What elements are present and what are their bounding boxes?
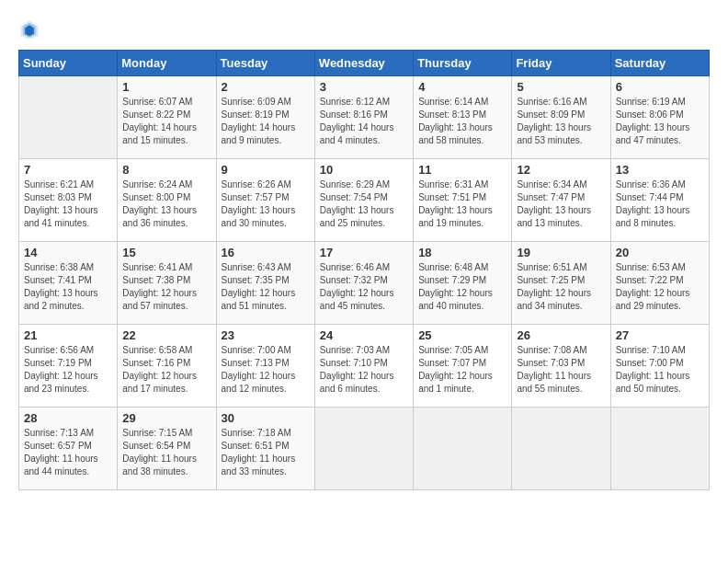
calendar-cell: 9Sunrise: 6:26 AMSunset: 7:57 PMDaylight… <box>216 159 314 242</box>
day-number: 25 <box>418 328 506 342</box>
calendar-cell <box>19 76 118 159</box>
calendar-cell: 15Sunrise: 6:41 AMSunset: 7:38 PMDayligh… <box>118 242 216 325</box>
day-info: Sunrise: 6:43 AMSunset: 7:35 PMDaylight:… <box>222 261 310 313</box>
calendar-cell: 14Sunrise: 6:38 AMSunset: 7:41 PMDayligh… <box>19 242 118 325</box>
day-number: 1 <box>122 80 210 94</box>
day-number: 19 <box>517 246 605 259</box>
header-monday: Monday <box>118 51 216 76</box>
calendar-cell: 12Sunrise: 6:34 AMSunset: 7:47 PMDayligh… <box>512 159 610 242</box>
calendar-cell <box>610 408 709 490</box>
day-number: 22 <box>122 328 210 342</box>
day-number: 9 <box>222 163 310 177</box>
day-info: Sunrise: 6:46 AMSunset: 7:32 PMDaylight:… <box>320 261 408 313</box>
calendar-cell: 29Sunrise: 7:15 AMSunset: 6:54 PMDayligh… <box>118 408 216 490</box>
day-number: 16 <box>222 246 310 259</box>
day-number: 27 <box>616 328 704 342</box>
calendar-cell: 22Sunrise: 6:58 AMSunset: 7:16 PMDayligh… <box>118 325 216 408</box>
day-info: Sunrise: 6:36 AMSunset: 7:44 PMDaylight:… <box>616 178 704 230</box>
calendar-cell: 26Sunrise: 7:08 AMSunset: 7:03 PMDayligh… <box>512 325 610 408</box>
calendar-cell: 17Sunrise: 6:46 AMSunset: 7:32 PMDayligh… <box>314 242 413 325</box>
calendar-cell: 19Sunrise: 6:51 AMSunset: 7:25 PMDayligh… <box>512 242 610 325</box>
day-info: Sunrise: 6:24 AMSunset: 8:00 PMDaylight:… <box>122 178 210 230</box>
day-info: Sunrise: 6:53 AMSunset: 7:22 PMDaylight:… <box>616 261 704 313</box>
day-info: Sunrise: 6:29 AMSunset: 7:54 PMDaylight:… <box>320 178 408 230</box>
day-number: 5 <box>517 80 605 94</box>
calendar-cell <box>314 408 413 490</box>
calendar-header: SundayMondayTuesdayWednesdayThursdayFrid… <box>19 51 710 76</box>
day-info: Sunrise: 6:48 AMSunset: 7:29 PMDaylight:… <box>418 261 506 313</box>
day-info: Sunrise: 6:09 AMSunset: 8:19 PMDaylight:… <box>222 96 310 147</box>
calendar-cell: 2Sunrise: 6:09 AMSunset: 8:19 PMDaylight… <box>216 76 314 159</box>
day-info: Sunrise: 6:41 AMSunset: 7:38 PMDaylight:… <box>122 261 210 313</box>
calendar-cell: 8Sunrise: 6:24 AMSunset: 8:00 PMDaylight… <box>118 159 216 242</box>
day-info: Sunrise: 6:51 AMSunset: 7:25 PMDaylight:… <box>517 261 605 313</box>
header-sunday: Sunday <box>19 51 118 76</box>
day-number: 29 <box>122 411 210 425</box>
day-number: 13 <box>616 163 704 177</box>
week-row-2: 7Sunrise: 6:21 AMSunset: 8:03 PMDaylight… <box>19 159 710 242</box>
day-info: Sunrise: 6:26 AMSunset: 7:57 PMDaylight:… <box>222 178 310 230</box>
calendar-cell: 24Sunrise: 7:03 AMSunset: 7:10 PMDayligh… <box>314 325 413 408</box>
calendar-cell: 25Sunrise: 7:05 AMSunset: 7:07 PMDayligh… <box>414 325 512 408</box>
calendar-cell: 11Sunrise: 6:31 AMSunset: 7:51 PMDayligh… <box>414 159 512 242</box>
header-row: SundayMondayTuesdayWednesdayThursdayFrid… <box>19 51 710 76</box>
day-number: 12 <box>517 163 605 177</box>
day-info: Sunrise: 6:38 AMSunset: 7:41 PMDaylight:… <box>24 261 112 313</box>
day-number: 11 <box>418 163 506 177</box>
day-number: 7 <box>24 163 112 177</box>
day-info: Sunrise: 7:00 AMSunset: 7:13 PMDaylight:… <box>222 344 310 396</box>
day-info: Sunrise: 6:07 AMSunset: 8:22 PMDaylight:… <box>122 96 210 147</box>
day-info: Sunrise: 6:58 AMSunset: 7:16 PMDaylight:… <box>122 344 210 396</box>
calendar-cell: 30Sunrise: 7:18 AMSunset: 6:51 PMDayligh… <box>216 408 314 490</box>
day-info: Sunrise: 7:10 AMSunset: 7:00 PMDaylight:… <box>616 344 704 396</box>
calendar-cell: 20Sunrise: 6:53 AMSunset: 7:22 PMDayligh… <box>610 242 709 325</box>
header-tuesday: Tuesday <box>216 51 314 76</box>
day-number: 18 <box>418 246 506 259</box>
calendar-cell: 6Sunrise: 6:19 AMSunset: 8:06 PMDaylight… <box>610 76 709 159</box>
day-info: Sunrise: 7:18 AMSunset: 6:51 PMDaylight:… <box>222 427 310 478</box>
calendar-cell: 1Sunrise: 6:07 AMSunset: 8:22 PMDaylight… <box>118 76 216 159</box>
calendar-table: SundayMondayTuesdayWednesdayThursdayFrid… <box>18 50 710 490</box>
calendar-cell: 18Sunrise: 6:48 AMSunset: 7:29 PMDayligh… <box>414 242 512 325</box>
header-wednesday: Wednesday <box>314 51 413 76</box>
day-info: Sunrise: 6:12 AMSunset: 8:16 PMDaylight:… <box>320 96 408 147</box>
calendar-cell: 10Sunrise: 6:29 AMSunset: 7:54 PMDayligh… <box>314 159 413 242</box>
day-number: 15 <box>122 246 210 259</box>
day-number: 14 <box>24 246 112 259</box>
week-row-3: 14Sunrise: 6:38 AMSunset: 7:41 PMDayligh… <box>19 242 710 325</box>
week-row-5: 28Sunrise: 7:13 AMSunset: 6:57 PMDayligh… <box>19 408 710 490</box>
day-info: Sunrise: 6:31 AMSunset: 7:51 PMDaylight:… <box>418 178 506 230</box>
calendar-cell: 7Sunrise: 6:21 AMSunset: 8:03 PMDaylight… <box>19 159 118 242</box>
day-number: 30 <box>222 411 310 425</box>
day-info: Sunrise: 6:19 AMSunset: 8:06 PMDaylight:… <box>616 96 704 147</box>
calendar-cell: 21Sunrise: 6:56 AMSunset: 7:19 PMDayligh… <box>19 325 118 408</box>
header-saturday: Saturday <box>610 51 709 76</box>
day-number: 28 <box>24 411 112 425</box>
calendar-cell: 16Sunrise: 6:43 AMSunset: 7:35 PMDayligh… <box>216 242 314 325</box>
header-friday: Friday <box>512 51 610 76</box>
calendar-body: 1Sunrise: 6:07 AMSunset: 8:22 PMDaylight… <box>19 76 710 490</box>
day-number: 20 <box>616 246 704 259</box>
logo-icon <box>18 18 40 40</box>
day-number: 6 <box>616 80 704 94</box>
day-number: 8 <box>122 163 210 177</box>
day-number: 2 <box>222 80 310 94</box>
calendar-cell: 3Sunrise: 6:12 AMSunset: 8:16 PMDaylight… <box>314 76 413 159</box>
page-header <box>18 18 710 40</box>
day-info: Sunrise: 6:56 AMSunset: 7:19 PMDaylight:… <box>24 344 112 396</box>
logo <box>18 18 48 40</box>
day-info: Sunrise: 6:14 AMSunset: 8:13 PMDaylight:… <box>418 96 506 147</box>
calendar-cell: 23Sunrise: 7:00 AMSunset: 7:13 PMDayligh… <box>216 325 314 408</box>
calendar-cell <box>414 408 512 490</box>
calendar-cell <box>512 408 610 490</box>
day-info: Sunrise: 7:03 AMSunset: 7:10 PMDaylight:… <box>320 344 408 396</box>
week-row-4: 21Sunrise: 6:56 AMSunset: 7:19 PMDayligh… <box>19 325 710 408</box>
day-info: Sunrise: 7:15 AMSunset: 6:54 PMDaylight:… <box>122 427 210 478</box>
day-number: 24 <box>320 328 408 342</box>
day-info: Sunrise: 7:08 AMSunset: 7:03 PMDaylight:… <box>517 344 605 396</box>
day-number: 4 <box>418 80 506 94</box>
calendar-cell: 28Sunrise: 7:13 AMSunset: 6:57 PMDayligh… <box>19 408 118 490</box>
calendar-cell: 5Sunrise: 6:16 AMSunset: 8:09 PMDaylight… <box>512 76 610 159</box>
week-row-1: 1Sunrise: 6:07 AMSunset: 8:22 PMDaylight… <box>19 76 710 159</box>
day-info: Sunrise: 6:21 AMSunset: 8:03 PMDaylight:… <box>24 178 112 230</box>
